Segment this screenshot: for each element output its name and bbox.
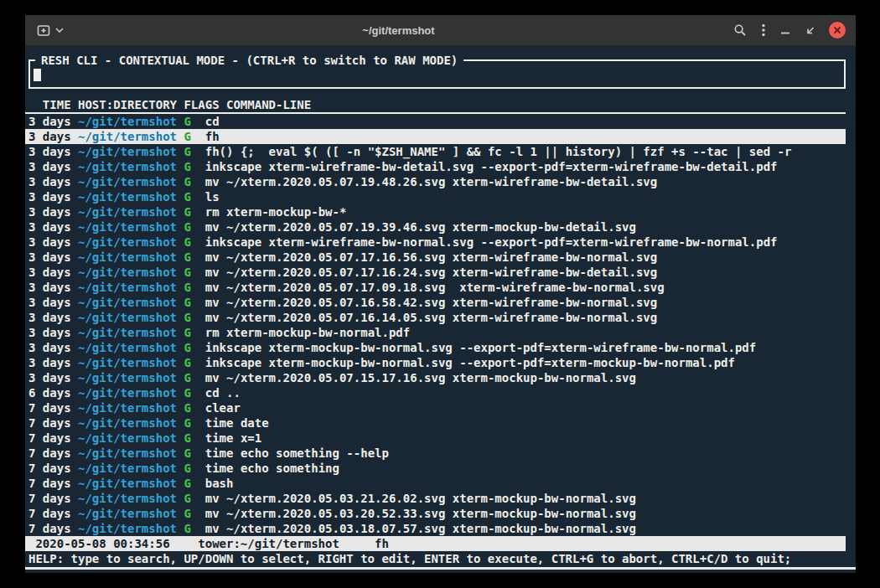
row-flags: G [184, 266, 190, 279]
history-row[interactable]: 3 days ~/git/termshot G fh [25, 129, 846, 144]
history-row[interactable]: 3 days ~/git/termshot G mv ~/xterm.2020.… [25, 219, 846, 235]
row-host: ~/git/termshot [78, 371, 177, 384]
history-header: TIME HOST:DIRECTORY FLAGS COMMAND-LINE [25, 97, 846, 114]
history-row[interactable]: 3 days ~/git/termshot G mv ~/xterm.2020.… [25, 174, 846, 189]
titlebar: ~/git/termshot [25, 15, 856, 46]
history-row[interactable]: 7 days ~/git/termshot G time date [25, 415, 846, 431]
row-flags: G [184, 235, 190, 249]
history-row[interactable]: 7 days ~/git/termshot G time echo someth… [25, 446, 846, 461]
row-time: 7 days [28, 446, 71, 460]
row-host: ~/git/termshot [78, 477, 177, 490]
history-row[interactable]: 7 days ~/git/termshot G clear [25, 400, 846, 415]
row-command: inkscape xterm-wireframe-bw-normal.svg -… [205, 235, 778, 249]
row-command: cd [205, 115, 220, 128]
search-query-input[interactable] [34, 68, 841, 83]
row-flags: G [184, 492, 190, 505]
history-row[interactable]: 3 days ~/git/termshot G mv ~/xterm.2020.… [25, 295, 846, 310]
history-row[interactable]: 3 days ~/git/termshot G rm xterm-mockup-… [25, 325, 846, 340]
row-flags: G [184, 190, 190, 204]
search-icon [733, 23, 747, 37]
row-command: rm xterm-mockup-bw-normal.pdf [205, 326, 410, 339]
row-command: clear [205, 401, 241, 415]
history-row[interactable]: 3 days ~/git/termshot G inkscape xterm-w… [25, 159, 846, 174]
row-time: 7 days [28, 431, 71, 445]
history-row[interactable]: 3 days ~/git/termshot G mv ~/xterm.2020.… [25, 250, 846, 265]
search-button[interactable] [732, 22, 748, 39]
history-row[interactable]: 3 days ~/git/termshot G fh() {; eval $( … [25, 144, 846, 159]
row-time: 6 days [28, 386, 71, 400]
row-time: 7 days [28, 507, 71, 520]
menu-button[interactable] [760, 22, 767, 39]
history-row[interactable]: 3 days ~/git/termshot G inkscape xterm-m… [25, 340, 846, 355]
new-tab-button[interactable] [35, 23, 65, 39]
row-time: 3 days [28, 266, 71, 279]
history-row[interactable]: 3 days ~/git/termshot G mv ~/xterm.2020.… [25, 370, 846, 385]
row-time: 3 days [28, 250, 71, 264]
history-row[interactable]: 7 days ~/git/termshot G mv ~/xterm.2020.… [25, 506, 846, 521]
history-row[interactable]: 7 days ~/git/termshot G bash [25, 476, 846, 491]
resh-search-box: RESH CLI - CONTEXTUAL MODE - (CTRL+R to … [28, 53, 846, 89]
row-host: ~/git/termshot [78, 220, 177, 234]
row-flags: G [184, 446, 190, 460]
history-row[interactable]: 3 days ~/git/termshot G cd [25, 114, 846, 129]
history-row[interactable]: 3 days ~/git/termshot G inkscape xterm-w… [25, 235, 846, 250]
row-host: ~/git/termshot [78, 266, 177, 279]
row-command: mv ~/xterm.2020.05.07.17.16.56.svg xterm… [205, 250, 657, 264]
row-flags: G [184, 356, 190, 369]
history-row[interactable]: 3 days ~/git/termshot G mv ~/xterm.2020.… [25, 265, 846, 280]
row-time: 7 days [28, 462, 71, 475]
titlebar-right [732, 22, 846, 39]
row-host: ~/git/termshot [78, 522, 177, 535]
row-time: 3 days [28, 220, 71, 234]
row-command: mv ~/xterm.2020.05.03.21.26.02.svg xterm… [205, 492, 636, 505]
row-command: ls [205, 190, 220, 204]
row-host: ~/git/termshot [78, 356, 177, 369]
row-command: mv ~/xterm.2020.05.07.16.14.05.svg xterm… [205, 311, 657, 324]
row-time: 3 days [28, 341, 71, 354]
history-row[interactable]: 3 days ~/git/termshot G mv ~/xterm.2020.… [25, 310, 846, 325]
row-flags: G [184, 175, 190, 188]
history-row[interactable]: 7 days ~/git/termshot G mv ~/xterm.2020.… [25, 521, 846, 536]
history-row[interactable]: 3 days ~/git/termshot G mv ~/xterm.2020.… [25, 280, 846, 295]
row-command: mv ~/xterm.2020.05.07.16.58.42.svg xterm… [205, 296, 657, 309]
history-row[interactable]: 7 days ~/git/termshot G time echo someth… [25, 461, 846, 476]
row-flags: G [184, 250, 190, 264]
row-flags: G [184, 386, 190, 400]
row-time: 3 days [28, 235, 71, 249]
row-command: bash [205, 477, 234, 490]
restore-button[interactable] [804, 23, 817, 37]
history-row[interactable]: 7 days ~/git/termshot G time x=1 [25, 431, 846, 446]
new-tab-icon [37, 24, 51, 37]
history-row[interactable]: 3 days ~/git/termshot G inkscape xterm-m… [25, 355, 846, 370]
text-cursor [34, 69, 41, 81]
row-flags: G [184, 130, 190, 143]
row-host: ~/git/termshot [78, 250, 177, 264]
history-row[interactable]: 7 days ~/git/termshot G mv ~/xterm.2020.… [25, 491, 846, 506]
close-icon [833, 24, 841, 37]
row-command: mv ~/xterm.2020.05.07.19.39.46.svg xterm… [205, 220, 636, 234]
row-flags: G [184, 371, 190, 384]
row-command: time echo something --help [205, 446, 389, 460]
row-command: mv ~/xterm.2020.05.07.15.17.16.svg xterm… [205, 371, 636, 384]
titlebar-left [35, 23, 65, 39]
history-row[interactable]: 6 days ~/git/termshot G cd .. [25, 385, 846, 400]
history-rows: 3 days ~/git/termshot G cd3 days ~/git/t… [28, 114, 846, 536]
row-host: ~/git/termshot [78, 446, 177, 460]
minimize-button[interactable] [779, 23, 792, 37]
history-row[interactable]: 3 days ~/git/termshot G ls [25, 189, 846, 204]
row-time: 3 days [28, 175, 71, 188]
row-command: time date [205, 416, 269, 430]
row-host: ~/git/termshot [78, 431, 177, 445]
row-command: inkscape xterm-mockup-bw-normal.svg --ex… [205, 356, 735, 369]
row-time: 3 days [28, 160, 71, 173]
row-time: 7 days [28, 401, 71, 415]
row-command: mv ~/xterm.2020.05.07.17.09.18.svg xterm… [205, 281, 665, 294]
row-flags: G [184, 326, 190, 339]
row-flags: G [184, 220, 190, 234]
row-command: fh [205, 130, 220, 143]
history-row[interactable]: 3 days ~/git/termshot G rm xterm-mockup-… [25, 204, 846, 219]
row-time: 3 days [28, 326, 71, 339]
window-title: ~/git/termshot [126, 15, 671, 46]
close-button[interactable] [829, 22, 846, 39]
row-time: 3 days [28, 205, 71, 219]
